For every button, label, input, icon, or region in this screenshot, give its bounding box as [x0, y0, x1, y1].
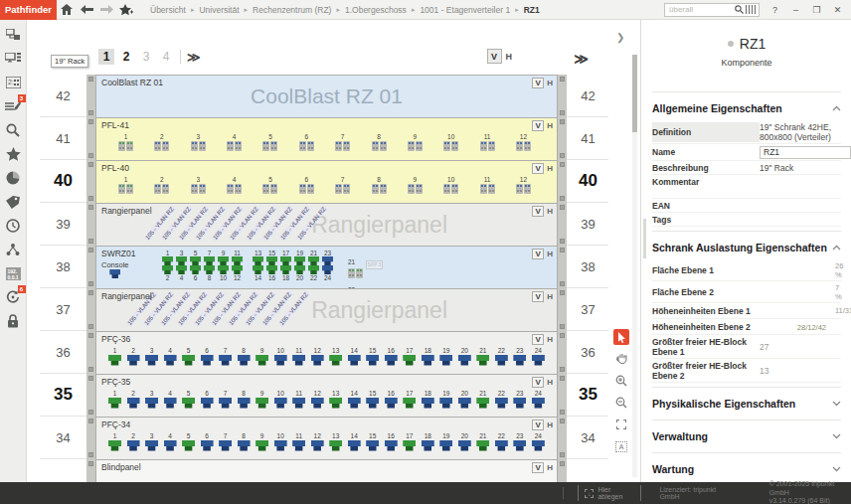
duplex-port-icon[interactable] — [348, 268, 363, 278]
rj45-port-icon[interactable] — [219, 440, 232, 451]
rj45-port-icon[interactable] — [476, 398, 489, 409]
pager-more-icon[interactable]: ≫ — [187, 50, 201, 65]
rj45-port-icon[interactable] — [162, 256, 173, 265]
rj45-port-icon[interactable] — [232, 265, 243, 274]
home-icon[interactable] — [57, 0, 77, 20]
rj45-port-icon[interactable] — [219, 355, 232, 366]
rj45-port-icon[interactable] — [532, 398, 545, 409]
favorites-icon[interactable] — [1, 142, 26, 166]
panel-view-v-button[interactable]: V — [532, 377, 544, 388]
panel-view-h-button[interactable]: H — [547, 250, 553, 258]
view-vertical-button[interactable]: V — [487, 49, 502, 64]
rj45-port-icon[interactable] — [127, 440, 140, 451]
barcode-scan-icon[interactable] — [746, 5, 757, 14]
panel-view-h-button[interactable]: H — [547, 207, 553, 216]
rj45-port-icon[interactable] — [238, 440, 251, 451]
duplex-port-icon[interactable] — [118, 184, 133, 194]
page-button-2[interactable]: 2 — [118, 49, 134, 65]
zoom-in-tool[interactable] — [613, 373, 629, 389]
rj45-port-icon[interactable] — [255, 398, 268, 409]
expand-pages-icon[interactable]: ≫ — [574, 51, 589, 67]
rj45-port-icon[interactable] — [329, 398, 342, 409]
rj45-port-icon[interactable] — [366, 398, 379, 409]
rj45-port-icon[interactable] — [238, 398, 251, 409]
rack-view-icon[interactable]: 2: — [1, 71, 26, 94]
panel-view-h-button[interactable]: H — [547, 121, 553, 130]
rj45-port-icon[interactable] — [422, 398, 434, 409]
rj45-port-icon[interactable] — [182, 355, 195, 366]
rj45-port-icon[interactable] — [253, 256, 263, 265]
rj45-port-icon[interactable] — [108, 440, 121, 451]
breadcrumb-item[interactable]: RZ1 — [524, 5, 540, 15]
rj45-port-icon[interactable] — [476, 355, 489, 366]
breadcrumb-item[interactable]: Übersicht — [150, 5, 186, 15]
panel-view-h-button[interactable]: H — [547, 378, 553, 387]
panel-view-v-button[interactable]: V — [532, 462, 544, 473]
panel-PFL-40[interactable]: PFL-40123456789101112VH — [95, 160, 558, 203]
rj45-port-icon[interactable] — [218, 256, 229, 265]
panel-view-v-button[interactable]: V — [532, 163, 544, 174]
rj45-port-icon[interactable] — [232, 256, 243, 265]
rj45-port-icon[interactable] — [294, 256, 305, 265]
duplex-port-icon[interactable] — [299, 141, 314, 151]
rj45-port-icon[interactable] — [439, 398, 452, 409]
forward-icon[interactable] — [96, 0, 116, 20]
panel-coolblast[interactable]: CoolBlast RZ 01CoolBlast RZ 01VH — [95, 75, 558, 117]
rj45-port-icon[interactable] — [532, 355, 545, 366]
section-chevron-icon[interactable] — [832, 399, 841, 409]
panel-view-h-button[interactable]: H — [547, 292, 553, 301]
section-chevron-icon[interactable] — [832, 103, 841, 113]
rj45-port-icon[interactable] — [274, 398, 287, 409]
breadcrumb-item[interactable]: Rechenzentrum (RZ) — [253, 5, 331, 15]
rj45-port-icon[interactable] — [322, 256, 333, 265]
rj45-port-icon[interactable] — [532, 440, 545, 451]
rj45-port-icon[interactable] — [274, 355, 287, 366]
panel-PFÇ-35[interactable]: PFÇ-351234567891011121314151617181920212… — [95, 374, 558, 417]
duplex-port-icon[interactable] — [191, 141, 206, 151]
panel-PFL-41[interactable]: PFL-41123456789101112VH — [95, 117, 558, 160]
rj45-port-icon[interactable] — [255, 440, 268, 451]
rj45-port-icon[interactable] — [495, 398, 508, 409]
breadcrumb-item[interactable]: Universität — [199, 5, 239, 15]
rj45-port-icon[interactable] — [422, 440, 434, 451]
panel-view-v-button[interactable]: V — [532, 206, 544, 217]
duplex-port-icon[interactable] — [262, 184, 277, 194]
name-input[interactable] — [760, 146, 851, 159]
select-tool[interactable] — [613, 329, 629, 345]
topology-icon[interactable] — [1, 23, 26, 47]
rj45-port-icon[interactable] — [329, 355, 342, 366]
panel-view-v-button[interactable]: V — [532, 249, 544, 259]
rj45-port-icon[interactable] — [201, 355, 214, 366]
panel-view-v-button[interactable]: V — [532, 420, 544, 430]
rj45-port-icon[interactable] — [458, 398, 471, 409]
network-icon[interactable] — [1, 238, 26, 261]
duplex-port-icon[interactable] — [335, 141, 350, 151]
duplex-port-icon[interactable] — [443, 184, 458, 194]
panel-blindpanel[interactable]: BlindpanelVH — [95, 459, 558, 482]
duplex-port-icon[interactable] — [516, 184, 531, 194]
rj45-port-icon[interactable] — [280, 256, 291, 265]
global-search[interactable] — [664, 3, 760, 17]
rj45-port-icon[interactable] — [164, 398, 177, 409]
view-horizontal-button[interactable]: H — [506, 52, 513, 62]
duplex-port-icon[interactable] — [262, 141, 277, 151]
drop-target[interactable]: ↓ Hier ablegen — [578, 485, 641, 501]
rj45-port-icon[interactable] — [366, 355, 379, 366]
maximize-button[interactable]: ❐ — [807, 2, 826, 18]
panel-view-h-button[interactable]: H — [547, 79, 553, 87]
rj45-port-icon[interactable] — [145, 398, 158, 409]
pan-tool[interactable] — [613, 351, 629, 367]
panel-view-v-button[interactable]: V — [532, 120, 544, 131]
rj45-port-icon[interactable] — [329, 440, 342, 451]
panel-view-v-button[interactable]: V — [532, 78, 544, 88]
rj45-port-icon[interactable] — [322, 265, 333, 274]
rj45-port-icon[interactable] — [403, 398, 416, 409]
rj45-port-icon[interactable] — [176, 256, 187, 265]
rj45-port-icon[interactable] — [182, 398, 195, 409]
section-header[interactable]: Wartung — [652, 461, 841, 481]
back-icon[interactable] — [77, 0, 96, 20]
panel-view-h-button[interactable]: H — [547, 420, 553, 429]
rj45-port-icon[interactable] — [127, 355, 140, 366]
rj45-port-icon[interactable] — [458, 440, 471, 451]
rj45-port-icon[interactable] — [311, 398, 324, 409]
